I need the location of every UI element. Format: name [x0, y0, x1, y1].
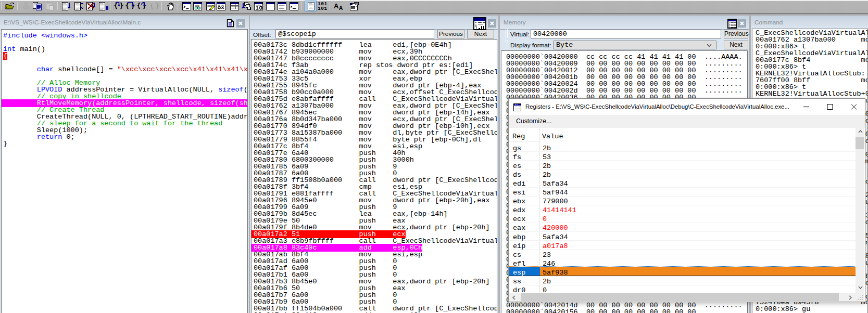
- svg-text:A: A: [339, 5, 343, 10]
- svg-text:A: A: [334, 2, 339, 10]
